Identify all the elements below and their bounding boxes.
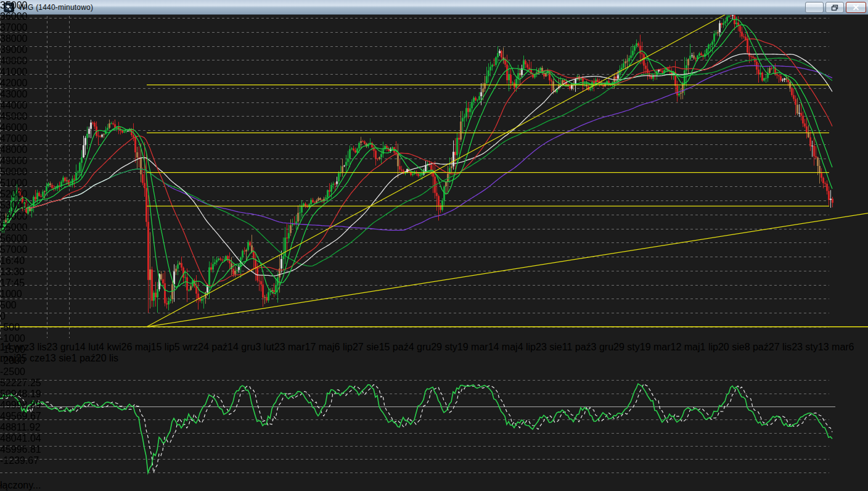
- date-label: 6 lip: [335, 342, 353, 352]
- date-label: 17 maj: [305, 342, 335, 352]
- date-label: 23 sie: [536, 342, 562, 352]
- minimize-button[interactable]: [805, 2, 824, 13]
- date-label: 15 lip: [151, 342, 174, 352]
- date-label: 3 lut: [255, 342, 274, 352]
- date-label: 1 lip: [700, 342, 718, 352]
- date-label: 26 maj: [121, 342, 151, 352]
- date-label: 25 cze: [16, 353, 45, 363]
- status-text: łączony...: [0, 480, 41, 490]
- date-label: 3 lis: [29, 342, 46, 352]
- close-icon: [853, 4, 859, 10]
- date-label: 24 paź: [198, 342, 227, 352]
- window-title: WIG (1440-minutowo): [18, 3, 93, 12]
- date-axis: 14 wrz3 lis23 gru14 lut4 kwi26 maj15 lip…: [0, 342, 868, 364]
- date-label: 20 sie: [718, 342, 745, 352]
- date-label: 4 kwi: [99, 342, 121, 352]
- date-label: 27 lis: [769, 342, 792, 352]
- cursor-icon: [6, 4, 12, 10]
- price-chart-canvas[interactable]: [0, 0, 868, 339]
- date-label: 5 wrz: [174, 342, 198, 352]
- date-label: 12 maj: [671, 342, 700, 352]
- status-bar: łączony... WIG: [0, 480, 868, 491]
- date-label: 14 gru: [227, 342, 255, 352]
- date-label: 15 paź: [379, 342, 409, 352]
- restore-button[interactable]: [825, 2, 844, 13]
- date-label: 29 sty: [431, 342, 457, 352]
- date-label: 23 mar: [274, 342, 305, 352]
- date-label: 23 sty: [792, 342, 818, 352]
- price-chart-panel[interactable]: [0, 0, 868, 342]
- date-label: 29 sty: [613, 342, 640, 352]
- restore-icon: [831, 4, 838, 11]
- date-label: 3 gru: [591, 342, 613, 352]
- date-label: 4 gru: [409, 342, 431, 352]
- oscillator-canvas[interactable]: [0, 364, 868, 477]
- oscillator-panel[interactable]: [0, 364, 868, 480]
- date-label: 14 lut: [75, 342, 99, 352]
- close-button[interactable]: [846, 2, 866, 13]
- date-label: 19 mar: [457, 342, 488, 352]
- date-label: 14 maj: [488, 342, 518, 352]
- date-label: 27 sie: [353, 342, 379, 352]
- title-bar[interactable]: WIG (1440-minutowo): [0, 0, 868, 15]
- date-label: 8 paź: [745, 342, 769, 352]
- date-label: 1 paź: [72, 353, 96, 363]
- date-label: 14 wrz: [0, 342, 29, 352]
- date-label: 23 gru: [47, 342, 75, 352]
- date-label: 4 lip: [518, 342, 536, 352]
- date-label: 13 mar: [818, 342, 849, 352]
- date-label: 19 mar: [640, 342, 671, 352]
- app-icon: [4, 2, 14, 12]
- date-label: 11 paź: [562, 342, 591, 352]
- date-label: 20 lis: [96, 353, 118, 363]
- app-window: WIG (1440-minutowo) 14 wrz3 lis23 gru14 …: [0, 0, 868, 491]
- window-controls: [805, 2, 866, 13]
- date-label: 13 sie: [45, 353, 72, 363]
